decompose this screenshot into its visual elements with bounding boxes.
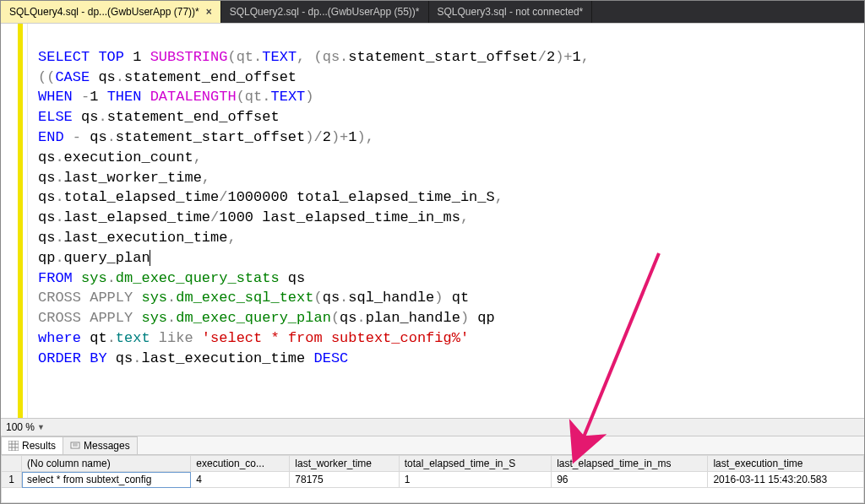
- tab-messages-label: Messages: [84, 440, 130, 452]
- tab-messages[interactable]: Messages: [63, 436, 138, 454]
- row-number[interactable]: 1: [2, 472, 22, 488]
- empty-space: [2, 488, 864, 503]
- results-tabbar: Results Messages: [1, 436, 864, 455]
- chevron-down-icon: ▼: [37, 423, 45, 431]
- grid-icon: [8, 441, 19, 451]
- col-header[interactable]: last_worker_time: [290, 456, 399, 472]
- rownum-header[interactable]: [2, 456, 22, 472]
- zoom-value: 100 %: [6, 421, 35, 433]
- sql-editor[interactable]: SELECT TOP 1 SUBSTRING(qt.TEXT, (qs.stat…: [28, 24, 864, 418]
- cell[interactable]: 4: [191, 472, 290, 488]
- zoom-bar: 100 % ▼: [1, 418, 864, 436]
- close-icon[interactable]: ×: [206, 6, 212, 18]
- tab-label: SQLQuery4.sql - dp...(GwbUserApp (77))*: [9, 6, 199, 18]
- tab-label: SQLQuery3.sql - not connected*: [438, 6, 584, 18]
- tab-sqlquery3[interactable]: SQLQuery3.sql - not connected*: [429, 1, 593, 23]
- change-marker: [18, 24, 23, 418]
- zoom-dropdown[interactable]: 100 % ▼: [6, 421, 45, 433]
- header-row: (No column name) execution_co... last_wo…: [2, 456, 864, 472]
- cell[interactable]: 96: [552, 472, 708, 488]
- results-grid[interactable]: (No column name) execution_co... last_wo…: [1, 455, 864, 503]
- editor-gutter: [1, 24, 28, 418]
- tab-sqlquery4[interactable]: SQLQuery4.sql - dp...(GwbUserApp (77))* …: [1, 1, 221, 23]
- tab-results-label: Results: [22, 440, 56, 452]
- col-header[interactable]: last_execution_time: [708, 456, 864, 472]
- cell[interactable]: 1: [399, 472, 551, 488]
- document-tabs: SQLQuery4.sql - dp...(GwbUserApp (77))* …: [1, 1, 864, 23]
- cell[interactable]: 78175: [290, 472, 399, 488]
- col-header[interactable]: total_elapsed_time_in_S: [399, 456, 551, 472]
- cell[interactable]: select * from subtext_config: [22, 472, 191, 488]
- editor-pane: SELECT TOP 1 SUBSTRING(qt.TEXT, (qs.stat…: [1, 23, 864, 418]
- tab-results[interactable]: Results: [1, 436, 63, 454]
- col-header[interactable]: execution_co...: [191, 456, 290, 472]
- text-caret: [150, 250, 150, 266]
- message-icon: [70, 441, 80, 451]
- tab-sqlquery2[interactable]: SQLQuery2.sql - dp...(GwbUserApp (55))*: [221, 1, 429, 23]
- col-header[interactable]: (No column name): [22, 456, 191, 472]
- table-row[interactable]: 1 select * from subtext_config 4 78175 1…: [2, 472, 864, 488]
- tab-label: SQLQuery2.sql - dp...(GwbUserApp (55))*: [230, 6, 420, 18]
- col-header[interactable]: last_elapsed_time_in_ms: [552, 456, 708, 472]
- svg-rect-0: [8, 441, 19, 451]
- cell[interactable]: 2016-03-11 15:43:20.583: [708, 472, 864, 488]
